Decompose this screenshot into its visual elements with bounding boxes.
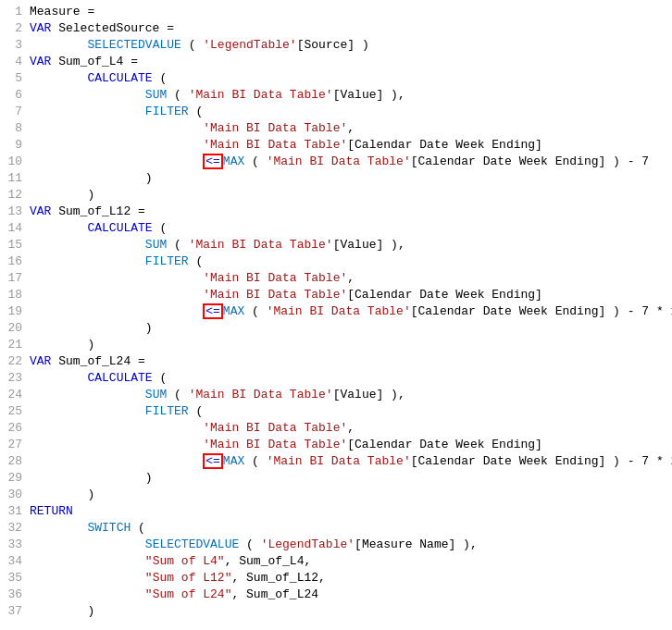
token-plain: ) [30, 471, 153, 485]
code-line: 16 FILTER ( [0, 253, 672, 270]
line-content: Measure = [30, 4, 672, 20]
token-plain: ( [239, 537, 260, 551]
token-fn: MAX [223, 454, 244, 468]
line-content: "Sum of L24", Sum_of_L24 [30, 587, 672, 603]
token-plain: [Source] ) [297, 38, 369, 52]
token-kw: VAR [30, 204, 51, 218]
token-plain [30, 121, 203, 135]
token-plain [30, 421, 203, 435]
line-content: SUM ( 'Main BI Data Table'[Value] ), [30, 387, 672, 403]
token-plain [30, 88, 145, 102]
token-plain: [Calendar Date Week Ending] ) - 7 * 24 [411, 454, 672, 468]
token-fn: FILTER [145, 105, 189, 118]
line-content: <=MAX ( 'Main BI Data Table'[Calendar Da… [30, 303, 672, 320]
token-str: 'Main BI Data Table' [189, 388, 333, 401]
code-line: 19 <=MAX ( 'Main BI Data Table'[Calendar… [0, 303, 672, 320]
line-number: 15 [0, 237, 30, 253]
code-line: 26 'Main BI Data Table', [0, 420, 672, 437]
code-line: 27 'Main BI Data Table'[Calendar Date We… [0, 437, 672, 453]
code-line: 7 FILTER ( [0, 104, 672, 120]
code-editor: 1Measure = 2VAR SelectedSource = 3 SELEC… [0, 0, 672, 624]
code-line: 33 SELECTEDVALUE ( 'LegendTable'[Measure… [0, 537, 672, 553]
code-line: 1Measure = [0, 4, 672, 20]
token-plain [30, 271, 203, 285]
line-number: 2 [0, 20, 30, 37]
token-fn: SUM [145, 388, 167, 401]
token-str: 'Main BI Data Table' [267, 154, 411, 168]
line-content: 'Main BI Data Table'[Calendar Date Week … [30, 437, 672, 453]
token-plain: [Value] ), [333, 388, 405, 401]
token-plain: [Calendar Date Week Ending] [347, 138, 542, 152]
token-plain: , [347, 121, 355, 135]
token-kw: CALCULATE [87, 71, 152, 85]
token-plain [30, 138, 203, 152]
highlight-operator: <= [203, 303, 223, 319]
token-plain [30, 304, 203, 318]
code-line: 11 ) [0, 170, 672, 187]
code-line: 22VAR Sum_of_L24 = [0, 353, 672, 370]
line-number: 20 [0, 320, 30, 337]
line-number: 27 [0, 437, 30, 453]
token-plain: ( [244, 304, 266, 318]
line-content: 'Main BI Data Table', [30, 420, 672, 437]
line-content: ) [30, 603, 672, 620]
token-fn: FILTER [145, 254, 189, 268]
line-content: 'Main BI Data Table'[Calendar Date Week … [30, 287, 672, 303]
code-line: 34 "Sum of L4", Sum_of_L4, [0, 553, 672, 570]
line-content: VAR Sum_of_L4 = [30, 54, 672, 70]
token-kw: VAR [30, 354, 51, 368]
token-str: 'Main BI Data Table' [203, 288, 347, 302]
line-number: 34 [0, 553, 30, 570]
line-content: RETURN [30, 503, 672, 520]
token-plain: Sum_of_L4 = [51, 55, 144, 68]
token-str: 'Main BI Data Table' [203, 138, 347, 152]
token-str: 'Main BI Data Table' [203, 121, 347, 135]
token-plain: , Sum_of_L4, [225, 554, 312, 568]
token-fn: SUM [145, 88, 167, 102]
token-plain: ( [131, 521, 145, 535]
token-plain: ) [30, 188, 94, 202]
token-kw: RETURN [30, 504, 73, 518]
code-line: 9 'Main BI Data Table'[Calendar Date Wee… [0, 137, 672, 154]
line-number: 33 [0, 537, 30, 553]
line-content: 'Main BI Data Table', [30, 270, 672, 287]
token-plain: ( [153, 221, 168, 235]
token-plain: ) [30, 604, 94, 618]
token-plain: ( [244, 454, 266, 468]
line-number: 16 [0, 253, 30, 270]
token-fn: SUM [145, 238, 167, 252]
token-plain [30, 388, 145, 401]
code-line: 2VAR SelectedSource = [0, 20, 672, 37]
code-line: 21 ) [0, 337, 672, 353]
code-line: 31RETURN [0, 503, 672, 520]
line-number: 1 [0, 4, 30, 20]
token-kw: CALCULATE [87, 221, 152, 235]
token-plain: [Calendar Date Week Ending] ) - 7 [411, 154, 649, 168]
line-content: <=MAX ( 'Main BI Data Table'[Calendar Da… [30, 453, 672, 470]
token-plain: ) [30, 171, 153, 185]
token-str: 'Main BI Data Table' [203, 421, 347, 435]
line-content: SELECTEDVALUE ( 'LegendTable'[Source] ) [30, 37, 672, 54]
code-line: 12 ) [0, 187, 672, 204]
line-content: SWITCH ( [30, 520, 672, 537]
line-content: 'Main BI Data Table'[Calendar Date Week … [30, 137, 672, 154]
code-line: 24 SUM ( 'Main BI Data Table'[Value] ), [0, 387, 672, 403]
token-plain: Sum_of_L24 = [51, 354, 152, 368]
line-number: 24 [0, 387, 30, 403]
line-number: 17 [0, 270, 30, 287]
token-plain [30, 587, 145, 601]
line-number: 23 [0, 370, 30, 387]
line-number: 36 [0, 587, 30, 603]
token-plain: [Measure Name] ), [355, 537, 478, 551]
line-number: 22 [0, 353, 30, 370]
highlight-operator: <= [203, 154, 223, 169]
code-line: 10 <=MAX ( 'Main BI Data Table'[Calendar… [0, 154, 672, 170]
token-plain: [Calendar Date Week Ending] ) - 7 * 12 [411, 304, 672, 318]
line-content: VAR SelectedSource = [30, 20, 672, 37]
token-plain: ( [189, 404, 204, 418]
token-fn: SWITCH [87, 521, 131, 535]
token-str: 'LegendTable' [203, 38, 296, 52]
line-content: CALCULATE ( [30, 220, 672, 237]
line-number: 5 [0, 70, 30, 87]
token-fn: SELECTEDVALUE [145, 537, 239, 551]
